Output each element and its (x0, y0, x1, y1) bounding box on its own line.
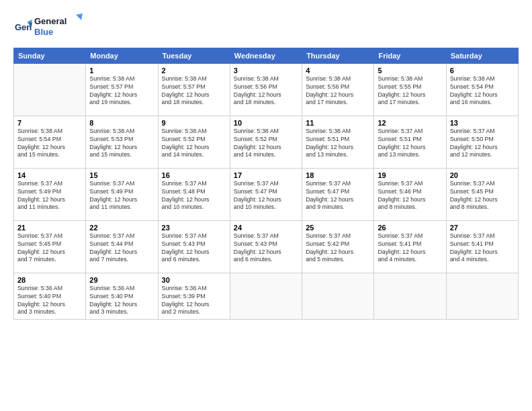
calendar-cell: 16Sunrise: 5:37 AM Sunset: 5:48 PM Dayli… (158, 168, 230, 220)
day-number: 29 (89, 276, 154, 284)
day-number: 4 (306, 66, 370, 75)
day-number: 9 (162, 119, 226, 127)
calendar-cell (302, 273, 374, 320)
day-info: Sunrise: 5:37 AM Sunset: 5:46 PM Dayligh… (378, 180, 442, 212)
day-info: Sunrise: 5:36 AM Sunset: 5:39 PM Dayligh… (162, 285, 226, 317)
day-number: 10 (234, 119, 298, 127)
day-number: 7 (17, 119, 82, 127)
day-info: Sunrise: 5:38 AM Sunset: 5:55 PM Dayligh… (378, 75, 442, 107)
day-number: 24 (234, 224, 298, 232)
day-info: Sunrise: 5:38 AM Sunset: 5:52 PM Dayligh… (234, 128, 298, 160)
calendar-cell: 15Sunrise: 5:37 AM Sunset: 5:49 PM Dayli… (86, 168, 158, 220)
day-info: Sunrise: 5:38 AM Sunset: 5:57 PM Dayligh… (162, 75, 226, 107)
day-number: 8 (89, 119, 154, 127)
day-number: 30 (162, 276, 226, 284)
header-thursday: Thursday (302, 48, 374, 63)
day-number: 27 (450, 224, 515, 232)
calendar-cell: 28Sunrise: 5:36 AM Sunset: 5:40 PM Dayli… (14, 273, 86, 320)
day-number: 18 (306, 171, 370, 179)
calendar-cell (374, 273, 446, 320)
calendar-cell: 27Sunrise: 5:37 AM Sunset: 5:41 PM Dayli… (446, 220, 518, 273)
calendar-cell: 20Sunrise: 5:37 AM Sunset: 5:45 PM Dayli… (446, 168, 518, 220)
calendar-cell (230, 273, 302, 320)
header-tuesday: Tuesday (158, 48, 230, 63)
day-info: Sunrise: 5:37 AM Sunset: 5:48 PM Dayligh… (162, 180, 226, 212)
logo: General General Blue (13, 13, 83, 42)
calendar-cell (446, 273, 518, 320)
header: General General Blue (13, 11, 519, 42)
day-number: 17 (234, 171, 298, 179)
calendar-cell: 24Sunrise: 5:37 AM Sunset: 5:43 PM Dayli… (230, 220, 302, 273)
day-info: Sunrise: 5:37 AM Sunset: 5:50 PM Dayligh… (450, 128, 515, 160)
calendar-cell: 29Sunrise: 5:36 AM Sunset: 5:40 PM Dayli… (86, 273, 158, 320)
day-info: Sunrise: 5:38 AM Sunset: 5:53 PM Dayligh… (89, 128, 154, 160)
day-info: Sunrise: 5:38 AM Sunset: 5:52 PM Dayligh… (162, 128, 226, 160)
day-info: Sunrise: 5:37 AM Sunset: 5:44 PM Dayligh… (89, 232, 154, 265)
day-number: 12 (378, 119, 442, 127)
day-info: Sunrise: 5:37 AM Sunset: 5:49 PM Dayligh… (17, 180, 82, 212)
calendar-cell: 3Sunrise: 5:38 AM Sunset: 5:56 PM Daylig… (230, 63, 302, 116)
day-info: Sunrise: 5:37 AM Sunset: 5:43 PM Dayligh… (162, 232, 226, 265)
day-info: Sunrise: 5:38 AM Sunset: 5:51 PM Dayligh… (306, 128, 370, 160)
calendar-cell: 17Sunrise: 5:37 AM Sunset: 5:47 PM Dayli… (230, 168, 302, 220)
day-info: Sunrise: 5:37 AM Sunset: 5:45 PM Dayligh… (17, 232, 82, 265)
day-number: 20 (450, 171, 515, 179)
day-info: Sunrise: 5:38 AM Sunset: 5:56 PM Dayligh… (306, 75, 370, 107)
day-number: 2 (162, 66, 226, 75)
header-monday: Monday (86, 48, 158, 63)
svg-marker-4 (76, 13, 83, 20)
day-info: Sunrise: 5:37 AM Sunset: 5:51 PM Dayligh… (378, 128, 442, 160)
calendar-table: Sunday Monday Tuesday Wednesday Thursday… (13, 48, 519, 320)
calendar-cell (14, 63, 86, 116)
day-info: Sunrise: 5:36 AM Sunset: 5:40 PM Dayligh… (89, 285, 154, 317)
day-info: Sunrise: 5:37 AM Sunset: 5:45 PM Dayligh… (450, 180, 515, 212)
day-number: 13 (450, 119, 515, 127)
header-friday: Friday (374, 48, 446, 63)
day-number: 1 (89, 66, 154, 75)
day-info: Sunrise: 5:37 AM Sunset: 5:41 PM Dayligh… (450, 232, 515, 265)
calendar-cell: 18Sunrise: 5:37 AM Sunset: 5:47 PM Dayli… (302, 168, 374, 220)
calendar-cell: 23Sunrise: 5:37 AM Sunset: 5:43 PM Dayli… (158, 220, 230, 273)
calendar-cell: 1Sunrise: 5:38 AM Sunset: 5:57 PM Daylig… (86, 63, 158, 116)
header-sunday: Sunday (14, 48, 86, 63)
day-number: 16 (162, 171, 226, 179)
day-number: 26 (378, 224, 442, 232)
day-number: 11 (306, 119, 370, 127)
calendar-cell: 10Sunrise: 5:38 AM Sunset: 5:52 PM Dayli… (230, 116, 302, 168)
calendar-cell: 11Sunrise: 5:38 AM Sunset: 5:51 PM Dayli… (302, 116, 374, 168)
day-number: 14 (17, 171, 82, 179)
day-number: 19 (378, 171, 442, 179)
day-number: 22 (89, 224, 154, 232)
calendar-cell: 26Sunrise: 5:37 AM Sunset: 5:41 PM Dayli… (374, 220, 446, 273)
day-number: 3 (234, 66, 298, 75)
day-info: Sunrise: 5:37 AM Sunset: 5:43 PM Dayligh… (234, 232, 298, 265)
day-number: 25 (306, 224, 370, 232)
calendar-cell: 7Sunrise: 5:38 AM Sunset: 5:54 PM Daylig… (14, 116, 86, 168)
day-info: Sunrise: 5:37 AM Sunset: 5:42 PM Dayligh… (306, 232, 370, 265)
svg-text:Blue: Blue (34, 27, 53, 37)
calendar-cell: 2Sunrise: 5:38 AM Sunset: 5:57 PM Daylig… (158, 63, 230, 116)
calendar-cell: 25Sunrise: 5:37 AM Sunset: 5:42 PM Dayli… (302, 220, 374, 273)
day-info: Sunrise: 5:37 AM Sunset: 5:41 PM Dayligh… (378, 232, 442, 265)
calendar-cell: 19Sunrise: 5:37 AM Sunset: 5:46 PM Dayli… (374, 168, 446, 220)
weekday-header-row: Sunday Monday Tuesday Wednesday Thursday… (14, 48, 519, 63)
calendar-cell: 12Sunrise: 5:37 AM Sunset: 5:51 PM Dayli… (374, 116, 446, 168)
day-number: 23 (162, 224, 226, 232)
day-info: Sunrise: 5:38 AM Sunset: 5:57 PM Dayligh… (89, 75, 154, 107)
logo-text: General Blue (34, 13, 83, 42)
page: General General Blue Sunday Monday Tuesd (0, 0, 532, 411)
header-wednesday: Wednesday (230, 48, 302, 63)
svg-text:General: General (34, 16, 66, 26)
day-info: Sunrise: 5:38 AM Sunset: 5:56 PM Dayligh… (234, 75, 298, 107)
day-info: Sunrise: 5:38 AM Sunset: 5:54 PM Dayligh… (450, 75, 515, 107)
day-info: Sunrise: 5:37 AM Sunset: 5:47 PM Dayligh… (306, 180, 370, 212)
day-info: Sunrise: 5:37 AM Sunset: 5:49 PM Dayligh… (89, 180, 154, 212)
day-info: Sunrise: 5:36 AM Sunset: 5:40 PM Dayligh… (17, 285, 82, 317)
calendar-cell: 6Sunrise: 5:38 AM Sunset: 5:54 PM Daylig… (446, 63, 518, 116)
day-number: 5 (378, 66, 442, 75)
day-number: 21 (17, 224, 82, 232)
calendar-cell: 8Sunrise: 5:38 AM Sunset: 5:53 PM Daylig… (86, 116, 158, 168)
calendar-cell: 13Sunrise: 5:37 AM Sunset: 5:50 PM Dayli… (446, 116, 518, 168)
calendar-cell: 14Sunrise: 5:37 AM Sunset: 5:49 PM Dayli… (14, 168, 86, 220)
calendar-cell: 21Sunrise: 5:37 AM Sunset: 5:45 PM Dayli… (14, 220, 86, 273)
